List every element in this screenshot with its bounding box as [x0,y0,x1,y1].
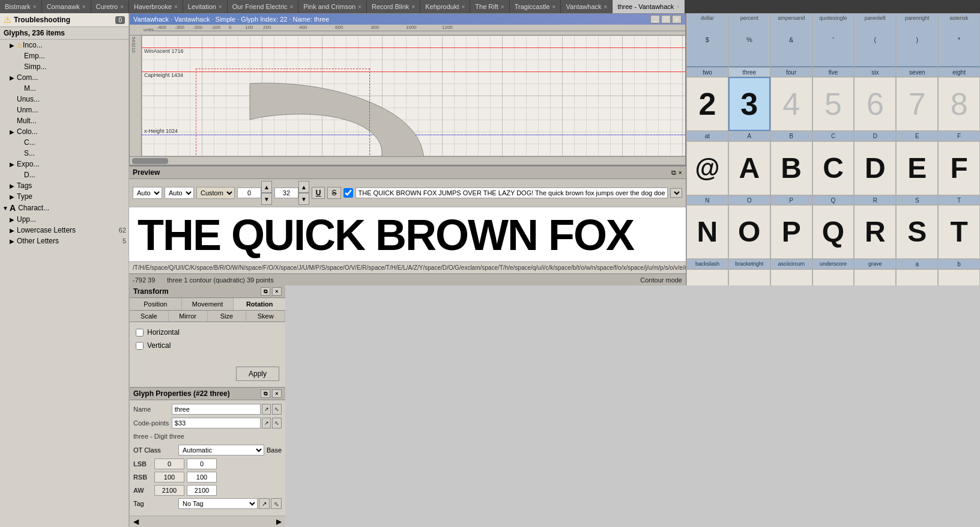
tree-item-m[interactable]: M... [0,83,129,94]
glyph-cell-header-dollar[interactable]: dollar $ [686,13,728,67]
glyph-cell-A[interactable]: A [728,141,770,195]
scroll-left-icon[interactable]: ◀ [133,517,139,526]
glyph-cell-header-quotesingle[interactable]: quotesingle ' [812,13,854,67]
glyph-cell-N[interactable]: N [686,205,728,259]
glyph-cell-P[interactable]: P [770,205,812,259]
strikethrough-button[interactable]: S [327,187,340,199]
lsb-input2[interactable] [187,458,217,469]
tab-close[interactable]: × [411,4,415,10]
glyph-cell-S[interactable]: S [896,205,938,259]
glyph-cell-2[interactable]: 2 [686,77,728,131]
glyph-cell-header-percent[interactable]: percent % [728,13,770,67]
tree-item-expo[interactable]: ▶ Expo... [0,159,129,169]
glyph-cell-bracketright[interactable]: ] [728,269,770,285]
float-button[interactable]: ⧉ [261,287,270,296]
tree-item-c[interactable]: C... [0,137,129,148]
close-transform-button[interactable]: × [272,287,282,296]
tab-close[interactable]: × [174,4,178,10]
float-props-button[interactable]: ⧉ [261,389,270,398]
tab-tragiccastle[interactable]: Tragiccastle × [510,0,561,13]
glyph-cell-5[interactable]: 5 [812,77,854,131]
name-input[interactable] [172,404,261,415]
tree-item-unus[interactable]: Unus... [0,94,129,105]
tab-levitation[interactable]: Levitation × [183,0,228,13]
close-preview-icon[interactable]: × [679,169,682,176]
glyph-cell-O[interactable]: O [728,205,770,259]
glyph-cell-6[interactable]: 6 [854,77,896,131]
float-icon[interactable]: ⧉ [671,169,676,177]
spin-up[interactable]: ▲ [261,181,272,193]
tree-item-colo[interactable]: ▶ Colo... [0,126,129,137]
tag-copy-button[interactable]: ⬁ [271,498,282,509]
spin-down2[interactable]: ▼ [298,193,309,205]
glyph-cell-underscore[interactable]: _ [812,269,854,285]
tree-item-com[interactable]: ▶ Com... [0,72,129,83]
tree-item-s[interactable]: S... [0,148,129,159]
minimize-button[interactable]: _ [650,15,660,23]
tab-close[interactable]: × [290,4,294,10]
glyph-cell-F[interactable]: F [938,141,980,195]
spin-up2[interactable]: ▲ [298,181,309,193]
tab-close[interactable]: × [33,4,37,10]
preview-mode1-select[interactable]: Auto [133,187,162,199]
tree-item-type[interactable]: ▶ Type [0,191,129,202]
codepoints-copy-button[interactable]: ⬁ [272,418,282,428]
tab-our-friend-electric[interactable]: Our Friend Electric × [228,0,299,13]
tab-close[interactable]: × [358,4,361,10]
tree-item-other[interactable]: ▶ Other Letters 5 [0,236,129,246]
tab-close[interactable]: × [82,4,86,10]
tab-movement[interactable]: Movement [182,298,234,310]
tree-item-unm[interactable]: Unm... [0,105,129,115]
tag-select[interactable]: No Tag [178,498,258,509]
tree-item-emp[interactable]: ▶ Emp... [0,50,129,61]
subtab-skew[interactable]: Skew [246,311,285,321]
maximize-button[interactable]: □ [661,15,671,23]
tab-curetro[interactable]: Curetro × [91,0,130,13]
horizontal-scrollbar[interactable] [130,156,685,165]
glyph-cell-T[interactable]: T [938,205,980,259]
aw-input1[interactable] [154,485,184,496]
tab-rift[interactable]: The Rift × [470,0,509,13]
preview-text-input[interactable] [355,187,668,198]
glyph-cell-3[interactable]: 3 [728,77,770,131]
glyph-cell-8[interactable]: 8 [938,77,980,131]
lsb-input1[interactable] [154,458,184,469]
codepoints-action-button[interactable]: ↗ [262,418,271,428]
glyph-cell-asciicircum[interactable]: ^ [770,269,812,285]
tab-close[interactable]: × [501,4,504,10]
subtab-mirror[interactable]: Mirror [169,311,208,321]
subtab-scale[interactable]: Scale [130,311,169,321]
close-props-button[interactable]: × [272,389,282,398]
tab-haverbrooke[interactable]: Haverbrooke × [129,0,183,13]
scroll-right-icon[interactable]: ▶ [276,517,282,526]
name-action-button[interactable]: ↗ [262,404,271,415]
tab-comanawk[interactable]: Comanawk × [42,0,91,13]
glyph-cell-B[interactable]: B [770,141,812,195]
spin-down[interactable]: ▼ [261,193,272,205]
tab-position[interactable]: Position [130,298,182,310]
glyph-cell-grave[interactable]: ` [854,269,896,285]
preview-mode2-select[interactable]: Auto [165,187,194,199]
glyph-cell-R[interactable]: R [854,205,896,259]
glyph-cell-7[interactable]: 7 [896,77,938,131]
tree-item-uppercase[interactable]: ▶ Upp... [0,214,129,225]
tree-item-mult[interactable]: Mult... [0,115,129,126]
size2-input[interactable] [274,187,298,198]
tree-item-simp[interactable]: ▶ Simp... [0,61,129,72]
tab-close[interactable]: × [676,4,680,10]
codepoints-input[interactable] [172,418,261,428]
tag-action-button[interactable]: ↗ [259,498,270,509]
rsb-input2[interactable] [187,472,217,483]
tree-item-tags[interactable]: ▶ Tags [0,180,129,191]
tab-close[interactable]: × [219,4,222,10]
close-button[interactable]: × [672,15,682,23]
tree-item-d[interactable]: D... [0,169,129,180]
tab-record-blink[interactable]: Record Blink × [367,0,420,13]
glyph-cell-E[interactable]: E [896,141,938,195]
tree-item-charact[interactable]: ▼ A Charact... [0,202,129,214]
scrollbar-thumb[interactable] [132,158,168,164]
glyph-cell-b[interactable]: b [938,269,980,285]
tab-rotation[interactable]: Rotation [234,298,285,310]
preview-mode3-select[interactable]: Custom [196,187,235,199]
vertical-checkbox[interactable] [136,342,144,350]
